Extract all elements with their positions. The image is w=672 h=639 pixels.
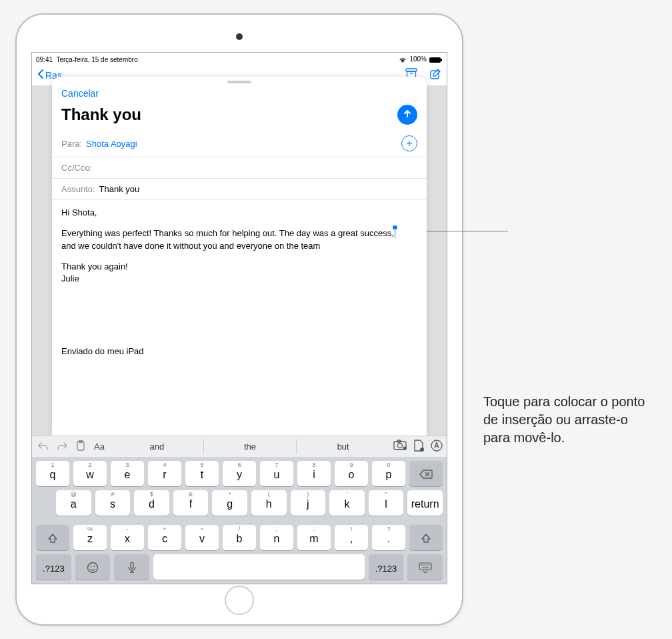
svg-point-16 — [94, 566, 95, 567]
key-h[interactable]: (h — [251, 490, 287, 516]
key-alt-label: 6 — [223, 462, 256, 468]
backspace-key[interactable] — [409, 461, 443, 486]
key-u[interactable]: 7u — [260, 461, 293, 486]
key-c[interactable]: +c — [148, 525, 181, 550]
svg-rect-0 — [429, 57, 441, 63]
scan-document-icon[interactable] — [413, 440, 424, 454]
dictation-key[interactable] — [114, 554, 149, 580]
body-greeting: Hi Shota, — [61, 207, 417, 219]
key-main-label: i — [313, 469, 315, 481]
backspace-icon — [419, 470, 433, 481]
to-label: Para: — [61, 139, 82, 149]
key-q[interactable]: 1q — [36, 461, 69, 486]
key-alt-label: 2 — [73, 462, 107, 468]
cancel-button[interactable]: Cancelar — [61, 88, 99, 99]
numbers-key-left[interactable]: .?123 — [36, 554, 71, 580]
add-contact-button[interactable]: + — [401, 135, 417, 151]
clipboard-icon[interactable] — [73, 440, 88, 453]
key-,[interactable]: !, — [335, 525, 368, 550]
key-alt-label: " — [369, 491, 404, 498]
key-n[interactable]: ;n — [260, 525, 293, 550]
key-row-1: 1q2w3e4r5t6y7u8i9o0p — [36, 461, 443, 486]
plus-icon: + — [406, 138, 412, 149]
key-main-label: a — [71, 498, 77, 510]
key-alt-label: * — [212, 491, 247, 498]
return-key[interactable]: return — [407, 490, 443, 516]
key-alt-label: & — [173, 491, 209, 498]
key-main-label: h — [266, 498, 272, 510]
key-e[interactable]: 3e — [111, 461, 144, 486]
svg-point-12 — [420, 448, 424, 452]
key-alt-label: 7 — [260, 462, 293, 468]
key-j[interactable]: )j — [291, 490, 326, 516]
key-m[interactable]: :m — [297, 525, 331, 550]
home-button[interactable] — [225, 586, 254, 615]
email-body[interactable]: Hi Shota, Everything was perfect! Thanks… — [52, 200, 427, 436]
battery-icon — [429, 55, 443, 63]
key-l[interactable]: "l — [369, 490, 404, 516]
key-alt-label: ' — [329, 491, 365, 498]
key-row-2: @a#s$d&f*g(h)j'k"lreturn — [36, 490, 443, 521]
send-button[interactable] — [397, 105, 417, 125]
key-k[interactable]: 'k — [329, 490, 365, 516]
body-paragraph: Everything was perfect! Thanks so much f… — [61, 227, 417, 253]
key-main-label: y — [237, 469, 242, 481]
key-w[interactable]: 2w — [73, 461, 107, 486]
key-f[interactable]: &f — [173, 490, 209, 516]
emoji-key[interactable] — [75, 554, 111, 580]
key-main-label: . — [387, 533, 390, 545]
chevron-left-icon — [37, 69, 44, 81]
suggestion-2[interactable]: but — [296, 439, 389, 454]
markup-icon[interactable] — [431, 440, 443, 454]
key-alt-label: + — [148, 526, 181, 532]
emoji-icon — [87, 562, 99, 576]
status-date: Terça-feira, 15 de setembro — [56, 56, 137, 63]
to-field[interactable]: Para: Shota Aoyagi + — [52, 130, 427, 157]
key-a[interactable]: @a — [56, 490, 91, 516]
key-main-label: p — [386, 469, 392, 481]
undo-icon[interactable] — [36, 441, 51, 452]
hide-keyboard-key[interactable] — [407, 554, 443, 580]
status-left: 09:41 Terça-feira, 15 de setembro — [36, 56, 138, 63]
key-t[interactable]: 5t — [185, 461, 219, 486]
key-alt-label: ? — [372, 526, 405, 532]
redo-icon[interactable] — [55, 441, 69, 452]
key-r[interactable]: 4r — [148, 461, 181, 486]
format-button[interactable]: Aa — [92, 442, 107, 452]
svg-rect-5 — [431, 71, 439, 79]
svg-point-14 — [88, 562, 98, 572]
suggestion-0[interactable]: and — [111, 439, 203, 454]
key-main-label: s — [110, 498, 115, 510]
key-s[interactable]: #s — [95, 490, 131, 516]
compose-sheet: Cancelar Thank you Para: Shota Aoyagi — [52, 77, 427, 436]
key-alt-label: ( — [251, 491, 287, 498]
cc-label: Cc/Cco: — [61, 163, 92, 173]
key-x[interactable]: -x — [111, 525, 144, 550]
shift-key-left[interactable] — [36, 525, 69, 550]
key-i[interactable]: 8i — [297, 461, 331, 486]
key-row-3: %z-x+c=v/b;n:m!,?. — [36, 525, 443, 550]
key-p[interactable]: 0p — [372, 461, 405, 486]
key-rows: 1q2w3e4r5t6y7u8i9o0p @a#s$d&f*g(h)j'k"lr… — [32, 457, 447, 584]
key-y[interactable]: 6y — [223, 461, 256, 486]
numbers-key-right[interactable]: .?123 — [369, 554, 404, 580]
status-bar: 09:41 Terça-feira, 15 de setembro 100% — [32, 53, 447, 65]
key-d[interactable]: $d — [134, 490, 169, 516]
subject-field[interactable]: Assunto: Thank you — [52, 179, 427, 200]
key-o[interactable]: 9o — [335, 461, 368, 486]
text-cursor[interactable] — [395, 228, 396, 238]
suggestion-1[interactable]: the — [203, 439, 297, 454]
shift-key-right[interactable] — [409, 525, 443, 550]
key-v[interactable]: =v — [185, 525, 219, 550]
svg-rect-1 — [441, 59, 442, 61]
key-b[interactable]: /b — [223, 525, 256, 550]
key-.[interactable]: ?. — [372, 525, 405, 550]
space-key[interactable] — [153, 554, 364, 580]
compose-icon[interactable] — [429, 68, 441, 82]
cc-bcc-field[interactable]: Cc/Cco: — [52, 157, 427, 179]
key-alt-label: ) — [291, 491, 326, 498]
camera-icon[interactable] — [393, 440, 407, 454]
key-z[interactable]: %z — [73, 525, 107, 550]
key-alt-label: ; — [260, 526, 293, 532]
key-g[interactable]: *g — [212, 490, 247, 516]
